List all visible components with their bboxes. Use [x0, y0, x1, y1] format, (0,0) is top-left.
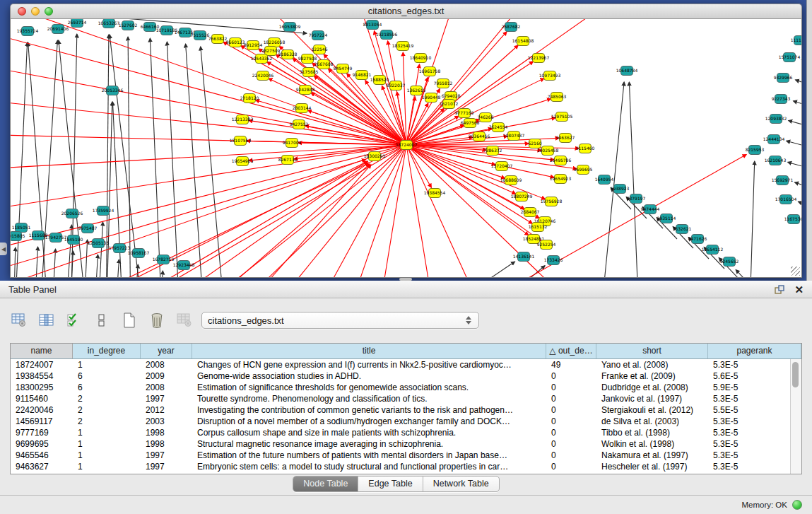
network-window-titlebar[interactable]: citations_edges.txt	[10, 4, 802, 19]
network-node[interactable]: 1615132	[529, 223, 548, 232]
row-height-icon[interactable]	[93, 311, 111, 329]
network-node[interactable]: 3915805	[11, 232, 25, 241]
network-node[interactable]: 8215953	[746, 146, 765, 155]
network-node[interactable]: 8660123	[226, 38, 245, 47]
float-panel-icon[interactable]	[775, 285, 784, 294]
network-node[interactable]: 2935114	[657, 214, 676, 223]
network-node[interactable]: 9252254	[537, 240, 556, 250]
network-node[interactable]: 7957224	[309, 31, 328, 40]
select-columns-icon[interactable]	[65, 311, 83, 329]
table-options-icon[interactable]	[10, 311, 28, 329]
table-row[interactable]: 977716911998Corpus callosum shape and si…	[11, 427, 790, 438]
network-node[interactable]: 18300295	[364, 152, 386, 161]
network-node[interactable]: 9245652	[720, 257, 739, 267]
network-node[interactable]: 16053809	[279, 23, 301, 32]
network-node[interactable]: 9115460	[576, 144, 595, 153]
network-node[interactable]: 9975487	[78, 224, 98, 233]
network-node[interactable]: 9427552	[290, 120, 309, 129]
network-node[interactable]: 12975105	[551, 112, 573, 122]
network-node[interactable]: 18807249	[511, 192, 533, 201]
column-header-short[interactable]: short	[596, 344, 708, 358]
network-node[interactable]: 9417004	[283, 139, 302, 148]
network-node[interactable]: 1111704	[791, 36, 801, 45]
delete-icon[interactable]	[148, 311, 166, 329]
network-node[interactable]: 14136141	[513, 252, 535, 262]
network-node[interactable]: 746266	[478, 113, 494, 122]
table-row[interactable]: 1456911722003Disruption of a novel membe…	[11, 416, 790, 427]
table-row[interactable]: 2242004622012Investigating the contribut…	[11, 404, 790, 416]
network-node[interactable]: 7515526	[191, 31, 210, 40]
network-node[interactable]: 8912954	[244, 41, 263, 50]
resize-grip[interactable]	[791, 267, 800, 276]
network-node[interactable]: 10688609	[500, 176, 522, 185]
network-node[interactable]: 1990448	[422, 93, 441, 103]
network-node[interactable]: 7485063	[548, 93, 567, 102]
network-node[interactable]: 8813054	[363, 21, 382, 30]
network-node[interactable]: 9463627	[556, 134, 575, 143]
network-node[interactable]: 62160	[528, 139, 541, 148]
network-node[interactable]: 17016504	[775, 195, 797, 204]
column-header-out_de[interactable]: △ out_de…	[546, 344, 596, 358]
network-node[interactable]: 19654923	[550, 175, 572, 184]
network-node[interactable]: 10653267	[98, 19, 120, 28]
network-node[interactable]: 2693714	[68, 19, 87, 28]
network-node[interactable]: 22420046	[252, 71, 274, 81]
close-panel-icon[interactable]: ✕	[794, 284, 804, 295]
network-node[interactable]: 1185051	[12, 223, 31, 233]
minimize-window-icon[interactable]	[31, 7, 40, 16]
network-node[interactable]: 7955812	[434, 79, 453, 88]
show-columns-icon[interactable]	[37, 311, 56, 329]
network-node[interactable]: 16154808	[512, 37, 534, 46]
tab-node-table[interactable]: Node Table	[293, 477, 358, 491]
tab-network-table[interactable]: Network Table	[423, 477, 499, 491]
network-node[interactable]: 2803144	[293, 104, 312, 113]
network-node[interactable]: 20691406	[47, 25, 69, 34]
network-node[interactable]: 15720407	[491, 162, 513, 171]
network-node[interactable]: 18325419	[392, 42, 414, 51]
network-node[interactable]: 16495786	[550, 156, 572, 165]
network-node[interactable]: 6379197	[627, 194, 646, 204]
network-node[interactable]: 20206526	[61, 209, 83, 218]
network-node[interactable]: 10654112	[702, 245, 724, 255]
table-selector[interactable]: citations_edges.txt	[201, 312, 479, 329]
network-window[interactable]: citations_edges.txt 19355724206914062693…	[10, 4, 802, 278]
network-node[interactable]: 8322037	[387, 81, 406, 90]
network-node[interactable]: 9227343	[772, 95, 791, 104]
table-row[interactable]: 1830029562008Estimation of significance …	[11, 382, 790, 393]
import-table-icon[interactable]	[175, 311, 194, 329]
network-node[interactable]: 19355724	[17, 27, 39, 36]
network-node[interactable]: 1621072	[440, 100, 459, 109]
panel-collapse-handle[interactable]: ◀	[0, 243, 7, 255]
network-node[interactable]: 17359924	[93, 206, 114, 216]
network-svg[interactable]: 1935572420691406269371410653267152760264…	[11, 19, 801, 277]
network-node[interactable]: 12444134	[763, 135, 785, 144]
network-node[interactable]: 1527602	[119, 21, 138, 30]
network-node[interactable]: 12505135	[88, 239, 110, 248]
zoom-window-icon[interactable]	[45, 7, 53, 16]
table-row[interactable]: 946362711997Embryonic stem cells: a mode…	[11, 461, 790, 472]
network-node[interactable]: 1167530	[784, 215, 801, 224]
network-node[interactable]: 1640954	[595, 175, 614, 185]
column-header-in_degree[interactable]: in_degree	[73, 344, 141, 358]
network-node[interactable]: 15692971	[772, 176, 794, 185]
splitter-handle[interactable]	[399, 278, 412, 281]
network-node[interactable]: 16210643	[765, 156, 787, 165]
table-panel-header[interactable]: Table Panel ✕	[0, 281, 812, 298]
network-node[interactable]: 10025458	[537, 146, 559, 156]
table-row[interactable]: 1938455462009Genome-wide association stu…	[11, 370, 790, 382]
scrollbar-thumb[interactable]	[792, 362, 799, 387]
network-node[interactable]: 18107554	[230, 136, 252, 146]
network-node[interactable]: 8454749	[334, 64, 353, 74]
network-node[interactable]: 9329966	[774, 74, 793, 83]
network-node[interactable]: 9699695	[574, 165, 593, 175]
network-node[interactable]: 18640910	[410, 54, 432, 63]
table-scrollbar[interactable]	[790, 359, 801, 474]
network-node[interactable]: 10807487	[503, 132, 525, 141]
network-node[interactable]: 18226058	[264, 38, 286, 47]
network-node[interactable]: 20053346	[102, 86, 124, 95]
tab-edge-table[interactable]: Edge Table	[358, 477, 423, 491]
table-row[interactable]: 969969511998Structural magnetic resonanc…	[11, 438, 790, 450]
network-node[interactable]: 122546	[312, 45, 328, 54]
network-node[interactable]: 10648784	[616, 66, 638, 76]
new-table-icon[interactable]	[120, 311, 139, 329]
